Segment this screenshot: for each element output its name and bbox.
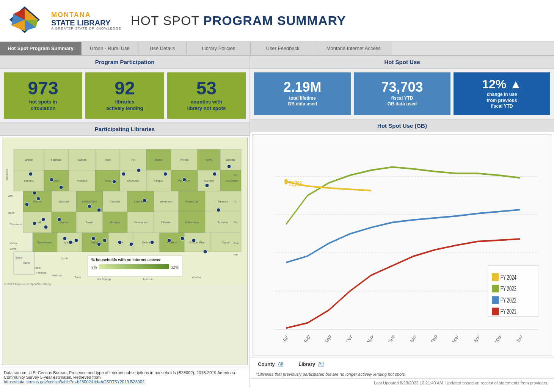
main-content: Program Participation 973 hot spots inci… — [0, 56, 554, 387]
svg-text:Stillwater: Stillwater — [161, 221, 172, 224]
svg-rect-182 — [492, 273, 499, 281]
svg-text:Meagher: Meagher — [110, 221, 120, 224]
svg-point-132 — [205, 183, 209, 187]
svg-text:Valley: Valley — [10, 242, 17, 245]
svg-point-111 — [33, 221, 36, 225]
tab-hot-spot-program-summary[interactable]: Hot Spot Program Summary — [0, 42, 82, 55]
svg-point-138 — [227, 165, 231, 168]
svg-text:Clark: Clark — [35, 267, 41, 269]
svg-text:FY 2021: FY 2021 — [501, 307, 516, 315]
svg-text:Daniels: Daniels — [226, 158, 235, 161]
svg-text:Shoshone: Shoshone — [6, 168, 8, 180]
data-source-link[interactable]: https://data.census.gov/cedsci/table?q=b… — [4, 379, 144, 384]
svg-text:Hill: Hill — [131, 158, 135, 161]
svg-point-113 — [57, 218, 61, 221]
svg-point-106 — [59, 185, 63, 189]
svg-text:FY 2022: FY 2022 — [501, 296, 516, 304]
svg-text:Madison: Madison — [52, 274, 62, 277]
hotspot-label-change: change in usefrom previousfiscal YTD — [487, 92, 517, 110]
svg-text:Sid: Sid — [234, 221, 237, 224]
svg-point-125 — [143, 199, 146, 202]
svg-text:Cascade: Cascade — [110, 200, 120, 203]
stat-label-libraries: librariesactively lending — [106, 99, 143, 112]
county-filter-label: County — [258, 361, 275, 367]
svg-point-108 — [36, 197, 40, 201]
svg-point-129 — [167, 238, 171, 242]
tab-use-details[interactable]: Use Details — [138, 42, 187, 55]
svg-text:Div: Div — [234, 174, 238, 176]
svg-text:Lemhi: Lemhi — [10, 248, 17, 250]
last-updated: Last Updated 8/23/2023 10:21:40 AM. Upda… — [250, 378, 554, 387]
stat-label-counties: counties withlibrary hot spots — [187, 99, 226, 112]
svg-point-112 — [44, 225, 48, 229]
svg-point-128 — [150, 240, 154, 244]
svg-point-120 — [97, 242, 101, 246]
tab-user-feedback[interactable]: User Feedback — [251, 42, 315, 55]
stat-label-circulation: hot spots incirculation — [29, 99, 57, 112]
hotspot-stats-row: 2.19M total lifetimeGB data used 73,703 … — [250, 69, 554, 119]
svg-text:Missoula: Missoula — [58, 200, 69, 203]
svg-text:Blaine: Blaine — [155, 158, 162, 161]
svg-text:Idaho: Idaho — [8, 212, 15, 214]
svg-text:Mineral: Mineral — [33, 200, 42, 203]
svg-point-134 — [192, 238, 196, 242]
svg-text:Feb: Feb — [430, 332, 438, 342]
svg-point-109 — [25, 202, 29, 206]
svg-text:Wib: Wib — [234, 179, 238, 182]
svg-point-127 — [129, 242, 133, 246]
svg-text:Clearwater: Clearwater — [10, 223, 23, 226]
page-title: HOT SPOT PROGRAM SUMMARY — [131, 13, 346, 28]
participating-libraries-header: Participating Libraries — [0, 123, 250, 136]
stat-card-circulation: 973 hot spots incirculation — [4, 72, 82, 119]
svg-text:Bow: Bow — [234, 242, 239, 245]
hotspot-number-ytd: 73,703 — [381, 80, 423, 94]
stat-number-circulation: 973 — [28, 79, 58, 97]
svg-text:Golden Val: Golden Val — [185, 200, 199, 203]
library-filter-label: Library — [298, 361, 315, 367]
svg-rect-142 — [99, 264, 169, 269]
svg-text:Johnson: Johnson — [143, 278, 153, 281]
svg-text:Lewis&Clark: Lewis&Clark — [82, 200, 97, 203]
svg-rect-186 — [492, 296, 499, 304]
tab-urban-rural-use[interactable]: Urban - Rural Use — [82, 42, 138, 55]
library-filter-value: All — [318, 361, 323, 367]
svg-text:Pondera: Pondera — [77, 179, 87, 182]
county-filter[interactable]: County All — [258, 361, 283, 367]
filters-row: County All Library All — [250, 358, 554, 370]
svg-text:Mc: Mc — [234, 200, 237, 203]
svg-text:May: May — [494, 332, 502, 342]
svg-text:Sanders: Sanders — [24, 179, 34, 182]
chart-svg: 0K 20K 40K 60K 80K Jul Aug Sep Oct Nov D… — [275, 138, 546, 342]
svg-point-104 — [29, 172, 33, 176]
svg-text:Boise: Boise — [16, 256, 22, 259]
svg-point-133 — [180, 237, 184, 240]
svg-point-118 — [97, 208, 101, 212]
svg-text:Wheatland: Wheatland — [160, 200, 173, 203]
tab-montana-internet-access[interactable]: Montana Internet Access — [315, 42, 392, 55]
svg-text:Mar: Mar — [451, 332, 459, 342]
hotspot-use-chart-header: Hot Spot Use (GB) — [250, 119, 554, 132]
svg-text:Garfield: Garfield — [204, 179, 214, 182]
svg-text:Dec: Dec — [388, 332, 395, 342]
svg-text:Har: Har — [234, 253, 238, 256]
footer-note: *Libraries that previously participated … — [250, 370, 554, 378]
svg-text:Lake: Lake — [53, 179, 59, 182]
stat-card-counties: 53 counties withlibrary hot spots — [167, 72, 246, 119]
logo-tagline: A GREATER STATE OF KNOWLEDGE — [51, 27, 121, 30]
left-panel: Program Participation 973 hot spots inci… — [0, 56, 250, 387]
svg-text:Jun: Jun — [515, 333, 523, 342]
svg-text:Beaverhead: Beaverhead — [38, 241, 52, 244]
svg-text:Toole: Toole — [104, 158, 111, 161]
svg-text:Hot Springs: Hot Springs — [97, 278, 111, 281]
svg-point-130 — [163, 172, 167, 176]
tab-library-policies[interactable]: Library Policies — [187, 42, 251, 55]
svg-marker-1 — [25, 8, 38, 20]
header: MONTANA STATE LIBRARY A GREATER STATE OF… — [0, 0, 554, 42]
svg-point-137 — [213, 172, 217, 176]
logo-svg — [8, 5, 42, 35]
county-filter-value: All — [278, 361, 283, 367]
hotspot-number-lifetime: 2.19M — [283, 80, 321, 94]
svg-text:FY 2023: FY 2023 — [501, 285, 516, 293]
svg-text:Phillips: Phillips — [180, 158, 189, 162]
library-filter[interactable]: Library All — [298, 361, 324, 367]
